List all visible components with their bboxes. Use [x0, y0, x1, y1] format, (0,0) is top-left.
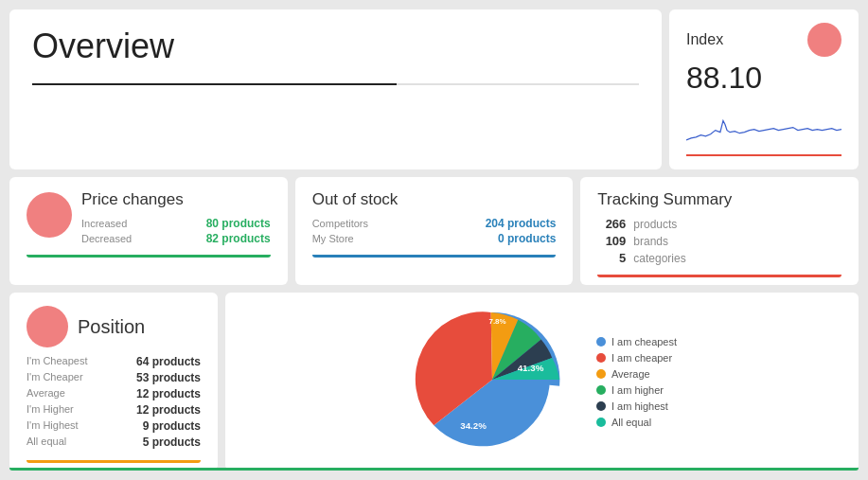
price-row-0: Increased 80 products: [81, 217, 271, 230]
price-row-1: Decreased 82 products: [81, 232, 271, 245]
index-circle-icon: [807, 23, 841, 57]
position-value-2: 12 products: [136, 387, 201, 400]
legend-label-4: I am highest: [611, 400, 668, 412]
stock-label-0: Competitors: [312, 218, 368, 229]
legend-label-2: Average: [611, 368, 650, 380]
tracking-num-0: 266: [597, 217, 626, 231]
position-value-1: 53 products: [136, 371, 201, 384]
legend-item-1: I am cheaper: [596, 352, 677, 364]
position-header: Position: [27, 306, 201, 347]
overview-title: Overview: [32, 27, 639, 66]
pie-label-cheaper: 34.2%: [460, 420, 487, 431]
out-of-stock-rows: Competitors 204 products My Store 0 prod…: [312, 217, 557, 245]
legend-dot-0: [596, 337, 606, 347]
position-value-5: 5 products: [143, 436, 201, 449]
stock-row-1: My Store 0 products: [312, 232, 557, 245]
legend-item-2: Average: [596, 368, 677, 380]
top-section: Overview Index 88.10: [9, 9, 859, 169]
tracking-title: Tracking Summary: [597, 190, 841, 209]
out-of-stock-inner: Out of stock Competitors 204 products My…: [312, 190, 557, 245]
legend-item-4: I am highest: [596, 400, 677, 412]
position-label-3: I'm Higher: [27, 403, 74, 417]
pie-container: 41.3% 34.2% 7.8% I am cheapest I am chea…: [407, 304, 677, 459]
chart-bottom-bar: [9, 468, 859, 471]
price-changes-rows: Increased 80 products Decreased 82 produ…: [81, 217, 271, 245]
stock-bottom-bar: [312, 255, 557, 258]
tracking-text-2: categories: [633, 252, 685, 265]
legend-item-5: All equal: [596, 417, 677, 428]
overview-card: Overview: [9, 9, 662, 169]
position-title: Position: [78, 316, 145, 338]
price-changes-content: Price changes Increased 80 products Decr…: [81, 190, 271, 245]
price-changes-title: Price changes: [81, 190, 271, 209]
tracking-text-0: products: [633, 218, 677, 231]
out-of-stock-card: Out of stock Competitors 204 products My…: [295, 177, 574, 285]
pie-label-average: 7.8%: [488, 317, 505, 326]
price-label-1: Decreased: [81, 233, 132, 244]
legend-dot-3: [596, 385, 606, 395]
out-of-stock-content: Out of stock Competitors 204 products My…: [312, 190, 557, 245]
position-row-5: All equal 5 products: [27, 436, 201, 449]
stock-row-0: Competitors 204 products: [312, 217, 557, 230]
legend-label-3: I am higher: [611, 384, 664, 396]
pie-chart: 41.3% 34.2% 7.8%: [407, 304, 577, 459]
legend-dot-4: [596, 401, 606, 411]
position-row-0: I'm Cheapest 64 products: [27, 355, 201, 368]
index-header: Index: [686, 23, 841, 57]
position-icon: [27, 306, 68, 347]
index-chart: [686, 101, 841, 156]
price-value-0: 80 products: [206, 217, 271, 230]
price-value-1: 82 products: [206, 232, 271, 245]
legend-item-0: I am cheapest: [596, 336, 677, 347]
pie-svg: 41.3% 34.2% 7.8%: [407, 304, 577, 455]
price-label-0: Increased: [81, 218, 127, 229]
position-card: Position I'm Cheapest 64 products I'm Ch…: [9, 293, 218, 471]
tracking-row-2: 5 categories: [597, 251, 841, 265]
tracking-text-1: brands: [633, 235, 668, 248]
tracking-card: Tracking Summary 266 products 109 brands…: [580, 177, 859, 285]
legend-dot-5: [596, 418, 606, 427]
index-card: Index 88.10: [669, 9, 859, 169]
position-label-5: All equal: [27, 436, 66, 449]
main-wrapper: Overview Index 88.10 Price changes: [0, 0, 868, 480]
position-label-4: I'm Highest: [27, 419, 79, 433]
chart-card: 41.3% 34.2% 7.8% I am cheapest I am chea…: [225, 293, 859, 471]
index-label: Index: [686, 31, 723, 48]
position-value-0: 64 products: [136, 355, 201, 368]
price-changes-icon: [27, 192, 72, 238]
position-rows: I'm Cheapest 64 products I'm Cheaper 53 …: [27, 355, 201, 449]
price-changes-card: Price changes Increased 80 products Decr…: [9, 177, 288, 285]
legend-label-0: I am cheapest: [611, 336, 677, 347]
tracking-num-1: 109: [597, 234, 626, 248]
stock-value-0: 204 products: [486, 217, 557, 230]
position-row-2: Average 12 products: [27, 387, 201, 400]
legend-dot-1: [596, 353, 606, 363]
position-row-1: I'm Cheaper 53 products: [27, 371, 201, 384]
tracking-bottom-bar: [597, 275, 841, 277]
position-label-2: Average: [27, 387, 65, 400]
position-row-3: I'm Higher 12 products: [27, 403, 201, 417]
tracking-row-1: 109 brands: [597, 234, 841, 248]
position-label-1: I'm Cheaper: [27, 371, 83, 384]
legend-item-3: I am higher: [596, 384, 677, 396]
legend-label-5: All equal: [611, 417, 651, 428]
position-bottom-bar: [27, 460, 201, 463]
price-bottom-bar: [27, 255, 271, 258]
index-chart-redline: [686, 154, 841, 156]
tracking-row-0: 266 products: [597, 217, 841, 231]
stock-value-1: 0 products: [498, 232, 556, 245]
stock-label-1: My Store: [312, 233, 354, 244]
tracking-rows: 266 products 109 brands 5 categories: [597, 217, 841, 265]
legend-dot-2: [596, 369, 606, 379]
position-row-4: I'm Highest 9 products: [27, 419, 201, 433]
overview-divider: [32, 83, 639, 85]
index-value: 88.10: [686, 61, 841, 96]
pie-legend: I am cheapest I am cheaper Average I am …: [596, 336, 677, 428]
tracking-num-2: 5: [597, 251, 626, 265]
index-chart-svg: [686, 101, 841, 149]
position-value-3: 12 products: [136, 403, 201, 417]
pie-label-cheapest: 41.3%: [518, 363, 544, 373]
price-changes-inner: Price changes Increased 80 products Decr…: [27, 190, 271, 245]
legend-label-1: I am cheaper: [611, 352, 672, 364]
position-label-0: I'm Cheapest: [27, 355, 87, 368]
